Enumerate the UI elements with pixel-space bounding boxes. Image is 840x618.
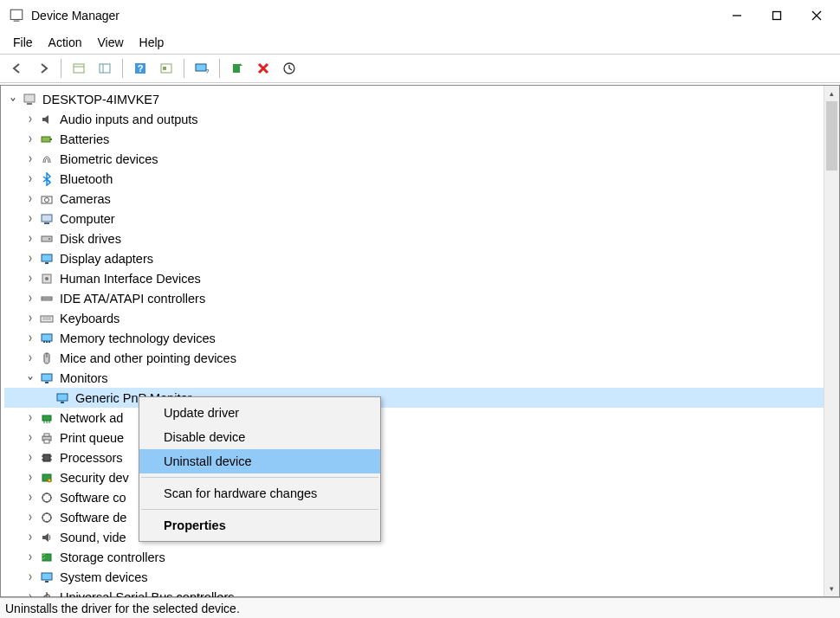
tree-category[interactable]: Software co [4,487,839,507]
svg-rect-6 [74,64,84,73]
tree-category[interactable]: Batteries [4,129,839,149]
tree-category[interactable]: Memory technology devices [4,328,839,348]
node-label: Biometric devices [60,152,158,166]
minimize-button[interactable] [717,3,757,29]
tree-category[interactable]: Storage controllers [4,547,839,567]
svg-rect-46 [57,394,68,401]
tree-category[interactable]: Cameras [4,189,839,209]
tree-category[interactable]: Sound, vide [4,527,839,547]
expand-icon[interactable] [25,312,35,325]
tree-category[interactable]: Security dev [4,467,839,487]
scan-button[interactable] [277,57,301,80]
close-button[interactable] [797,3,837,29]
printer-icon [39,430,55,446]
expand-icon[interactable] [25,252,35,266]
scrollbar[interactable]: ▴ ▾ [824,86,839,596]
bluetooth-icon [39,171,55,187]
svg-point-25 [45,197,49,202]
expand-icon[interactable] [25,132,35,146]
node-label: Computer [60,212,115,226]
tree-category[interactable]: Disk drives [4,229,839,248]
properties-button[interactable] [154,57,178,80]
expand-icon[interactable] [25,570,35,584]
svg-rect-48 [42,415,51,421]
back-button[interactable] [5,57,29,80]
statusbar: Uninstalls the driver for the selected d… [0,597,840,618]
tree-category[interactable]: Human Interface Devices [4,268,839,288]
display-adapter-icon [39,251,55,267]
expand-icon[interactable] [25,431,35,445]
tree-category[interactable]: Biometric devices [4,149,839,169]
expand-icon[interactable] [25,491,35,505]
expand-icon[interactable] [25,172,35,186]
ctx-scan-hardware[interactable]: Scan for hardware changes [139,481,380,505]
device-tree[interactable]: DESKTOP-4IMVKE7Audio inputs and outputsB… [1,86,839,607]
expand-icon[interactable] [25,232,35,246]
menu-view[interactable]: View [89,33,131,52]
svg-rect-45 [45,382,48,383]
uninstall-button[interactable] [251,57,275,80]
expand-icon[interactable] [25,152,35,166]
toolbar: ? ? [0,54,840,83]
update-driver-button[interactable] [225,57,249,80]
expand-icon[interactable] [8,93,17,106]
tree-category[interactable]: Keyboards [4,308,839,328]
ctx-update-driver[interactable]: Update driver [139,401,380,425]
tree-category[interactable]: Bluetooth [4,169,839,189]
tree-category[interactable]: System devices [4,567,839,587]
context-menu: Update driver Disable device Uninstall d… [139,396,381,542]
expand-icon[interactable] [25,451,35,465]
svg-rect-8 [100,64,110,73]
ctx-uninstall-device[interactable]: Uninstall device [139,449,380,473]
node-label: Mice and other pointing devices [60,351,236,365]
expand-icon[interactable] [25,113,35,126]
tree-category[interactable]: Monitors [4,368,839,388]
tree-category[interactable]: Audio inputs and outputs [4,109,839,129]
expand-icon[interactable] [25,332,35,345]
svg-rect-16 [233,64,240,73]
svg-rect-53 [44,434,49,436]
expand-icon[interactable] [25,272,35,286]
expand-icon[interactable] [25,212,35,226]
svg-rect-66 [45,581,48,583]
show-hidden-button[interactable] [67,57,91,80]
expand-icon[interactable] [25,531,35,544]
tree-category[interactable]: Computer [4,209,839,229]
node-label: Software co [60,491,126,505]
svg-rect-28 [42,236,52,241]
tree-category[interactable]: Processors [4,447,839,467]
ide-icon [39,291,55,306]
node-label: DESKTOP-4IMVKE7 [42,93,159,106]
svg-point-61 [48,479,51,482]
tree-root[interactable]: DESKTOP-4IMVKE7 [4,89,839,109]
scroll-thumb[interactable] [826,101,837,171]
ctx-properties[interactable]: Properties [139,513,380,538]
expand-icon[interactable] [25,292,35,306]
expand-icon[interactable] [25,371,35,385]
maximize-button[interactable] [757,3,797,29]
tree-category[interactable]: Mice and other pointing devices [4,348,839,368]
tree-view-button[interactable] [93,57,117,80]
menu-action[interactable]: Action [41,33,90,52]
expand-icon[interactable] [25,550,35,564]
tree-category[interactable]: Software de [4,507,839,527]
help-button[interactable]: ? [128,57,152,80]
ctx-disable-device[interactable]: Disable device [139,425,380,449]
forward-button[interactable] [31,57,55,80]
scroll-down-button[interactable]: ▾ [824,581,839,596]
tree-category[interactable]: Display adapters [4,248,839,268]
expand-icon[interactable] [25,511,35,525]
menu-file[interactable]: File [5,33,41,52]
tree-device[interactable]: Generic PnP Monitor [4,388,839,408]
menu-help[interactable]: Help [132,33,172,52]
tree-category[interactable]: Print queue [4,428,839,447]
expand-icon[interactable] [25,471,35,485]
monitor-help-button[interactable]: ? [190,57,214,80]
scroll-up-button[interactable]: ▴ [824,86,839,101]
tree-category[interactable]: IDE ATA/ATAPI controllers [4,288,839,308]
tree-category[interactable]: Network ad [4,408,839,428]
svg-text:?: ? [138,63,144,74]
expand-icon[interactable] [25,192,35,206]
expand-icon[interactable] [25,411,35,425]
expand-icon[interactable] [25,351,35,365]
